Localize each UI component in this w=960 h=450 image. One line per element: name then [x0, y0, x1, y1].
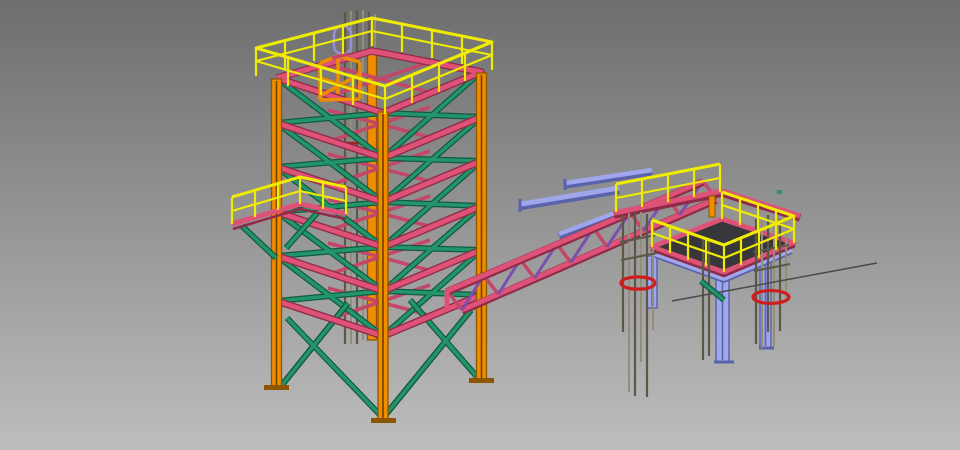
base-plate-south[interactable] [371, 418, 396, 423]
orange-post[interactable] [709, 196, 715, 217]
discharge-platform[interactable]: Discharge platform with dark grating dec… [614, 164, 877, 397]
base-plate-east[interactable] [469, 378, 494, 383]
stair-tower[interactable]: Support tower - orange columns, pink flo… [232, 10, 494, 423]
green-fitting[interactable] [777, 190, 782, 194]
model-viewport[interactable]: Support tower - orange columns, pink flo… [0, 0, 960, 450]
base-plate-west[interactable] [264, 385, 289, 390]
model-canvas[interactable]: Support tower - orange columns, pink flo… [0, 0, 960, 450]
